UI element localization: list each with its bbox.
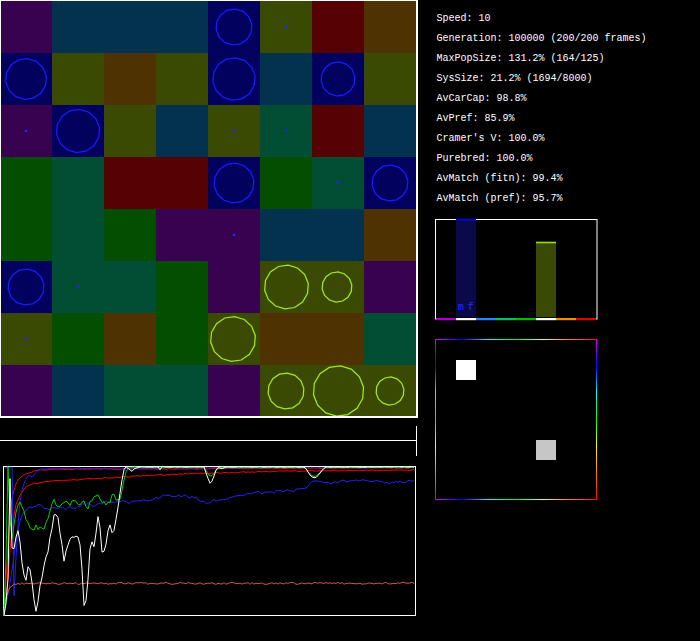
svg-text:AvCarCap: 98.8%: AvCarCap: 98.8%: [437, 93, 527, 104]
svg-text:SysSize: 21.2% (1694/8000): SysSize: 21.2% (1694/8000): [437, 73, 593, 84]
svg-text:Cramer's V: 100.0%: Cramer's V: 100.0%: [437, 133, 545, 144]
svg-text:AvMatch (fitn): 99.4%: AvMatch (fitn): 99.4%: [437, 173, 563, 184]
svg-text:MaxPopSize: 131.2% (164/125): MaxPopSize: 131.2% (164/125): [437, 53, 605, 64]
svg-text:AvMatch (pref): 95.7%: AvMatch (pref): 95.7%: [437, 193, 563, 204]
svg-text:Generation: 100000 (200/200 fr: Generation: 100000 (200/200 frames): [437, 33, 647, 44]
svg-text:Purebred: 100.0%: Purebred: 100.0%: [437, 153, 533, 164]
svg-text:AvPref: 85.9%: AvPref: 85.9%: [437, 113, 515, 124]
svg-text:m: m: [458, 302, 464, 313]
svg-text:Speed: 10: Speed: 10: [437, 13, 491, 24]
svg-text:f: f: [468, 302, 474, 313]
